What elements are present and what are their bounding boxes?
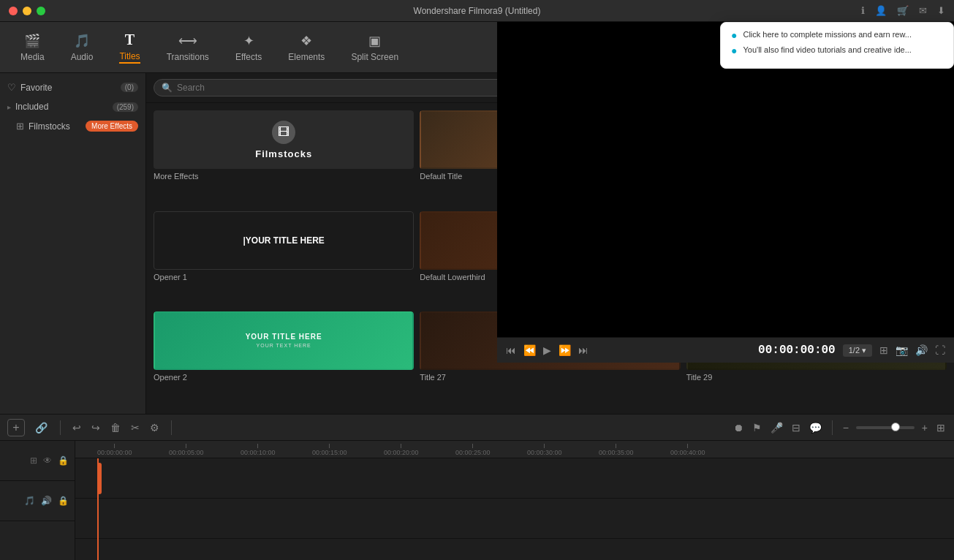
delete-button[interactable]: 🗑 [109, 420, 122, 435]
ratio-arrow-icon: ▾ [862, 346, 866, 355]
split-screen-icon: ▣ [368, 33, 381, 49]
titles-icon: T [125, 31, 135, 48]
ruler-line [687, 444, 688, 448]
add-media-button[interactable]: + [7, 419, 25, 436]
ruler-time-0: 00:00:00:00 [97, 449, 132, 456]
sidebar-item-favorite[interactable]: ♡ Favorite (0) [0, 77, 145, 97]
step-back-icon[interactable]: ⏪ [523, 344, 536, 356]
cart-icon[interactable]: 🛒 [897, 5, 909, 16]
nav-split-screen[interactable]: ▣ Split Screen [338, 29, 412, 67]
zoom-out-button[interactable]: − [841, 420, 850, 435]
title-29-label: Title 29 [686, 370, 947, 383]
playhead[interactable] [97, 458, 99, 560]
video-lock-icon[interactable]: 🔒 [58, 455, 69, 466]
ruler-mark-25: 00:00:25:00 [455, 444, 491, 456]
audio-lock-icon[interactable]: 🔒 [58, 496, 69, 506]
skip-start-icon[interactable]: ⏮ [506, 344, 516, 356]
ratio-value: 1/2 [849, 346, 860, 355]
ruler-line [401, 444, 401, 448]
zoom-thumb[interactable] [891, 423, 900, 431]
adjust-button[interactable]: ⚙ [148, 420, 161, 435]
nav-audio[interactable]: 🎵 Audio [58, 29, 107, 67]
nav-titles[interactable]: T Titles [106, 27, 153, 68]
ruler-mark-35: 00:00:35:00 [599, 444, 634, 456]
filmstocks-label: Filmstocks [29, 121, 78, 132]
timeline-ruler: 00:00:00:00 00:00:05:00 00:00:10:00 00:0… [75, 441, 954, 458]
mic-button[interactable]: 🎤 [769, 420, 784, 435]
nav-media-label: Media [20, 52, 45, 62]
mail-icon[interactable]: ✉ [919, 5, 927, 16]
close-button[interactable] [9, 7, 18, 15]
flag-button[interactable]: ⚑ [751, 420, 763, 435]
bullet-icon-1: ● [731, 29, 737, 41]
snapshot-icon[interactable]: 📷 [896, 344, 908, 356]
nav-transitions[interactable]: ⟷ Transitions [154, 29, 222, 67]
ruler-mark-5: 00:00:05:00 [169, 444, 204, 456]
audio-volume-icon[interactable]: 🔊 [41, 496, 52, 506]
nav-elements-label: Elements [288, 52, 325, 62]
title-card-opener-1[interactable]: |YOUR TITLE HERE Opener 1 [154, 211, 414, 306]
effects-icon: ✦ [243, 33, 254, 49]
nav-titles-label: Titles [119, 51, 140, 64]
fullscreen-icon[interactable]: ⛶ [935, 344, 945, 356]
title-card-more-effects[interactable]: 🎞 Filmstocks More Effects [154, 110, 414, 205]
minimize-button[interactable] [23, 7, 31, 15]
tooltip-text-1: Click here to complete missions and earn… [743, 30, 912, 39]
download-icon[interactable]: ⬇ [937, 5, 945, 16]
nav-effects[interactable]: ✦ Effects [222, 29, 275, 67]
maximize-button[interactable] [37, 7, 45, 15]
included-count: (259) [113, 102, 138, 112]
more-effects-label: More Effects [154, 169, 414, 182]
timeline-right-controls: ⏺ ⚑ 🎤 ⊟ 💬 − + ⊞ [732, 420, 947, 435]
ruler-time-40: 00:00:40:00 [670, 449, 705, 456]
link-button[interactable]: 🔗 [32, 419, 50, 436]
nav-elements[interactable]: ❖ Elements [275, 29, 338, 67]
sidebar-item-filmstocks[interactable]: ⊞ Filmstocks More Effects [0, 116, 145, 136]
opener-2-thumb: YOUR TITLE HEREYOUR TEXT HERE [154, 311, 414, 370]
ruler-line [257, 444, 258, 448]
tooltip-item-1: ● Click here to complete missions and ea… [731, 30, 943, 41]
title-bar: Wondershare Filmora9 (Untitled) ℹ 👤 🛒 ✉ … [0, 0, 954, 22]
audio-icon: 🎵 [74, 33, 90, 49]
sidebar: ♡ Favorite (0) ▸ Included (259) ⊞ Filmst… [0, 73, 146, 414]
timecode: 00:00:00:00 [758, 344, 836, 357]
nav-split-screen-label: Split Screen [351, 52, 398, 62]
caption-button[interactable]: ⊟ [790, 420, 802, 435]
tooltip-item-2: ● You'll also find video tutorials and c… [731, 45, 943, 56]
ruler-line [544, 444, 545, 448]
audio-track-row [75, 499, 954, 539]
undo-button[interactable]: ↩ [71, 420, 83, 435]
included-label: Included [15, 102, 108, 112]
bullet-icon-2: ● [731, 45, 737, 56]
sidebar-item-included[interactable]: ▸ Included (259) [0, 97, 145, 116]
ruler-mark-40: 00:00:40:00 [670, 444, 705, 456]
video-eye-icon[interactable]: 👁 [43, 455, 52, 466]
speech-button[interactable]: 💬 [808, 420, 823, 435]
play-icon[interactable]: ▶ [543, 344, 551, 356]
cut-button[interactable]: ✂ [129, 420, 141, 435]
timeline-toolbar: + 🔗 ↩ ↪ 🗑 ✂ ⚙ ⏺ ⚑ 🎤 ⊟ 💬 − + ⊞ [0, 415, 954, 441]
skip-end-icon[interactable]: ⏭ [578, 344, 588, 356]
audio-track-label: 🎵 🔊 🔒 [0, 481, 75, 521]
timeline-settings-button[interactable]: ⊞ [935, 420, 947, 435]
ruler-time-5: 00:00:05:00 [169, 449, 204, 456]
zoom-track[interactable] [856, 426, 915, 429]
nav-media[interactable]: 🎬 Media [7, 29, 58, 67]
timeline-sidebar: ⊞ 👁 🔒 🎵 🔊 🔒 [0, 441, 75, 560]
zoom-in-button[interactable]: + [920, 420, 929, 435]
record-button[interactable]: ⏺ [732, 420, 745, 435]
title-27-label: Title 27 [420, 370, 680, 383]
volume-icon[interactable]: 🔊 [915, 344, 928, 356]
more-effects-badge: More Effects [86, 121, 138, 132]
redo-button[interactable]: ↪ [90, 420, 102, 435]
preview-ratio[interactable]: 1/2 ▾ [843, 344, 872, 357]
info-icon[interactable]: ℹ [861, 5, 865, 16]
account-icon[interactable]: 👤 [875, 5, 887, 16]
transitions-icon: ⟷ [178, 33, 197, 49]
title-card-opener-2[interactable]: YOUR TITLE HEREYOUR TEXT HERE Opener 2 [154, 311, 414, 406]
opener-2-label: Opener 2 [154, 370, 414, 383]
fit-icon[interactable]: ⊞ [879, 344, 888, 356]
step-forward-icon[interactable]: ⏩ [559, 344, 571, 356]
toolbar-nav: 🎬 Media 🎵 Audio T Titles ⟷ Transitions ✦… [7, 27, 412, 68]
video-track-label: ⊞ 👁 🔒 [0, 441, 75, 481]
